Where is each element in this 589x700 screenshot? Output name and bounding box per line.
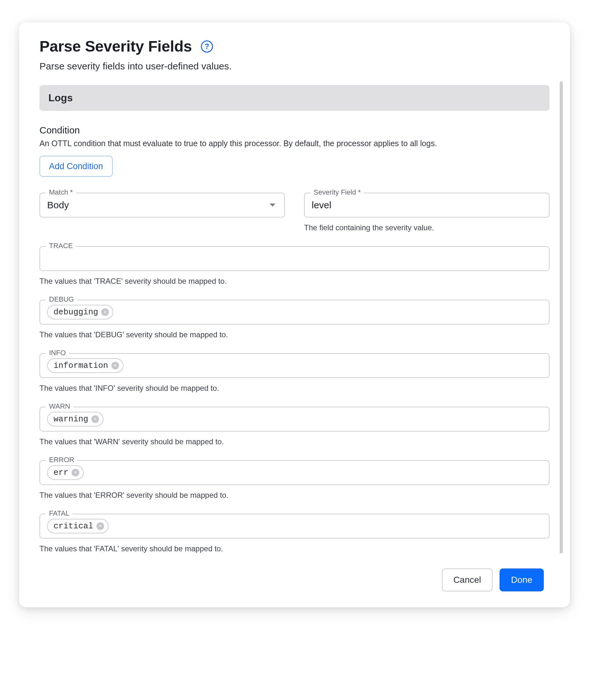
match-severity-row: Match * Body Severity Field * level The … <box>39 193 550 232</box>
warn-input[interactable]: warning✕ <box>39 407 550 431</box>
trace-input[interactable] <box>39 246 550 271</box>
cancel-button[interactable]: Cancel <box>442 568 493 591</box>
info-field-wrap: INFOinformation✕The values that 'INFO' s… <box>39 353 550 393</box>
trace-label: TRACE <box>46 242 76 250</box>
chip-label: err <box>53 468 68 477</box>
debug-input[interactable]: debugging✕ <box>39 300 550 325</box>
debug-field-wrap: DEBUGdebugging✕The values that 'DEBUG' s… <box>39 300 550 339</box>
severity-field-value: level <box>312 200 542 210</box>
modal-footer: Cancel Done <box>19 553 570 591</box>
modal-title: Parse Severity Fields <box>39 38 192 55</box>
done-button[interactable]: Done <box>500 568 544 591</box>
add-condition-button[interactable]: Add Condition <box>39 156 113 177</box>
match-select[interactable]: Body <box>39 193 285 217</box>
condition-title: Condition <box>39 125 550 136</box>
error-field-wrap: ERRORerr✕The values that 'ERROR' severit… <box>39 460 550 500</box>
chip-label: warning <box>53 414 88 424</box>
warn-helper: The values that 'WARN' severity should b… <box>39 437 550 446</box>
chip-remove-icon[interactable]: ✕ <box>96 522 104 530</box>
scrollbar[interactable] <box>560 81 563 553</box>
severity-field-helper: The field containing the severity value. <box>304 223 550 232</box>
info-input[interactable]: information✕ <box>39 353 550 378</box>
warn-label: WARN <box>46 402 73 410</box>
severity-field-wrap: Severity Field * level The field contain… <box>304 193 550 232</box>
chip-remove-icon[interactable]: ✕ <box>72 469 79 477</box>
error-input[interactable]: err✕ <box>39 460 550 485</box>
warn-chip: warning✕ <box>47 412 104 426</box>
condition-desc: An OTTL condition that must evaluate to … <box>39 139 550 148</box>
chip-label: critical <box>53 521 93 531</box>
modal-subtitle: Parse severity fields into user-defined … <box>39 61 550 72</box>
chip-remove-icon[interactable]: ✕ <box>101 308 109 316</box>
severity-levels: TRACEThe values that 'TRACE' severity sh… <box>39 246 550 553</box>
error-label: ERROR <box>46 456 77 464</box>
fatal-input[interactable]: critical✕ <box>39 514 550 539</box>
modal-header: Parse Severity Fields ? Parse severity f… <box>19 38 570 81</box>
trace-helper: The values that 'TRACE' severity should … <box>39 277 550 286</box>
info-chip: information✕ <box>47 358 124 373</box>
chip-label: debugging <box>53 307 98 317</box>
help-icon[interactable]: ? <box>201 40 213 52</box>
chevron-down-icon <box>270 203 275 207</box>
fatal-chip: critical✕ <box>47 519 109 533</box>
warn-field-wrap: WARNwarning✕The values that 'WARN' sever… <box>39 407 550 446</box>
debug-helper: The values that 'DEBUG' severity should … <box>39 330 550 339</box>
condition-block: Condition An OTTL condition that must ev… <box>39 125 550 177</box>
match-value: Body <box>47 200 266 210</box>
error-helper: The values that 'ERROR' severity should … <box>39 491 550 500</box>
info-helper: The values that 'INFO' severity should b… <box>39 384 550 393</box>
fatal-field-wrap: FATALcritical✕The values that 'FATAL' se… <box>39 514 550 553</box>
chip-remove-icon[interactable]: ✕ <box>112 362 119 369</box>
debug-label: DEBUG <box>46 295 77 304</box>
info-label: INFO <box>46 349 69 357</box>
match-label: Match * <box>46 188 76 196</box>
parse-severity-modal: Parse Severity Fields ? Parse severity f… <box>19 22 570 607</box>
trace-field-wrap: TRACEThe values that 'TRACE' severity sh… <box>39 246 550 286</box>
fatal-helper: The values that 'FATAL' severity should … <box>39 544 550 553</box>
title-row: Parse Severity Fields ? <box>39 38 550 55</box>
section-logs: Logs <box>39 85 550 111</box>
modal-body: Logs Condition An OTTL condition that mu… <box>19 81 570 553</box>
debug-chip: debugging✕ <box>47 305 113 319</box>
fatal-label: FATAL <box>46 509 72 518</box>
app-canvas: Parse Severity Fields ? Parse severity f… <box>0 0 589 646</box>
error-chip: err✕ <box>47 465 84 480</box>
match-field-wrap: Match * Body <box>39 193 285 232</box>
chip-remove-icon[interactable]: ✕ <box>91 415 99 423</box>
severity-field-label: Severity Field * <box>311 188 364 196</box>
chip-label: information <box>53 361 108 370</box>
